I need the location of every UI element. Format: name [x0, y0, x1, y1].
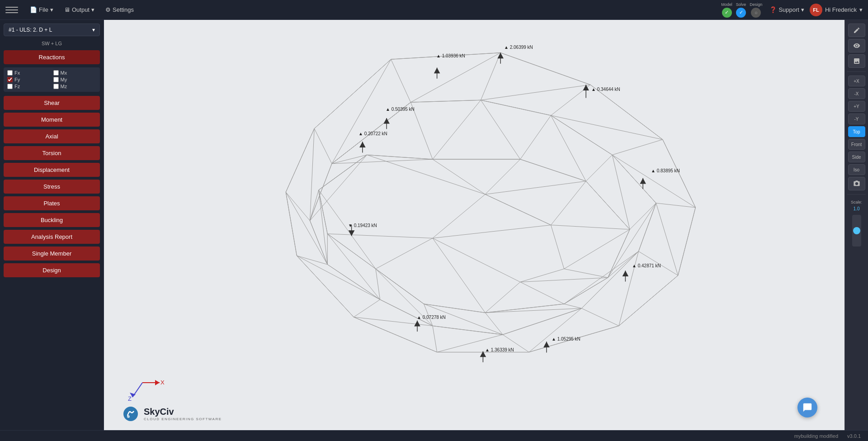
svg-line-83	[564, 251, 639, 304]
output-icon: 🖥	[64, 6, 70, 13]
bottombar: mybuilding modified v3.0.1	[0, 430, 868, 441]
reactions-checkboxes: Fx Mx Fy My Fz Mz	[4, 67, 100, 92]
settings-menu[interactable]: ⚙ Settings	[101, 5, 138, 15]
design-button[interactable]: Design	[4, 263, 100, 277]
solve-circle[interactable]: ✓	[736, 8, 746, 18]
reactions-button[interactable]: Reactions	[4, 50, 100, 64]
topbar: 📄 File ▾ 🖥 Output ▾ ⚙ Settings Model ✓ S…	[0, 0, 868, 20]
output-menu[interactable]: 🖥 Output ▾	[60, 5, 99, 15]
top-view-button[interactable]: Top	[848, 126, 865, 137]
viewport[interactable]: .struct-line { stroke: #999; stroke-widt…	[104, 20, 844, 430]
svg-line-71	[481, 100, 520, 159]
svg-line-132	[376, 269, 424, 304]
chat-button[interactable]	[797, 398, 817, 417]
torsion-button[interactable]: Torsion	[4, 146, 100, 160]
iso-view-button[interactable]: Iso	[848, 164, 865, 175]
mz-label: Mz	[61, 84, 67, 89]
view-button[interactable]	[848, 39, 865, 52]
mx-checkbox[interactable]	[53, 70, 59, 76]
model-step: Model ✓	[721, 2, 732, 18]
avatar: FL	[810, 4, 822, 16]
user-initials: FL	[813, 7, 819, 13]
topbar-nav: 📄 File ▾ 🖥 Output ▾ ⚙ Settings	[25, 5, 721, 15]
analysis-report-button[interactable]: Analysis Report	[4, 230, 100, 244]
svg-line-128	[485, 282, 520, 313]
my-checkbox-item: My	[53, 77, 97, 82]
svg-line-2	[500, 53, 590, 85]
topbar-right: ❓ Support ▾ FL Hi Frederick ▾	[769, 4, 863, 16]
stress-button[interactable]: Stress	[4, 180, 100, 194]
dropdown-chevron: ▾	[92, 27, 95, 33]
svg-line-62	[380, 299, 433, 326]
edit-button[interactable]	[848, 24, 865, 37]
buckling-button[interactable]: Buckling	[4, 213, 100, 227]
displacement-button[interactable]: Displacement	[4, 163, 100, 177]
design-step: Design ○	[750, 2, 762, 18]
svg-marker-155	[359, 142, 366, 147]
structure-svg: .struct-line { stroke: #999; stroke-widt…	[104, 20, 844, 430]
svg-line-101	[310, 155, 367, 220]
solve-step-label: Solve	[736, 2, 746, 7]
axial-button[interactable]: Axial	[4, 129, 100, 143]
svg-line-124	[564, 269, 608, 277]
reaction-label-2: ▲ 1.03936 kN	[436, 53, 465, 58]
design-circle[interactable]: ○	[751, 8, 761, 18]
fy-checkbox[interactable]	[7, 77, 13, 82]
mx-label: Mx	[61, 70, 67, 76]
reaction-label-3: ▲ 0.34644 kN	[591, 87, 620, 92]
svg-line-44	[297, 256, 327, 264]
shear-button[interactable]: Shear	[4, 96, 100, 110]
support-button[interactable]: ❓ Support ▾	[769, 6, 804, 13]
mz-checkbox-item: Mz	[53, 84, 97, 89]
svg-line-127	[520, 282, 564, 304]
my-checkbox[interactable]	[53, 77, 59, 82]
user-button[interactable]: FL Hi Frederick ▾	[810, 4, 863, 16]
scale-slider-container	[852, 215, 861, 251]
fz-label: Fz	[14, 84, 20, 89]
front-view-button[interactable]: Front	[848, 139, 865, 150]
menu-icon[interactable]	[5, 4, 18, 16]
skyciv-logo-icon	[121, 406, 140, 422]
fx-checkbox-item: Fx	[7, 70, 51, 76]
svg-line-116	[433, 159, 485, 194]
svg-line-122	[551, 225, 564, 269]
version-text: v3.0.1	[847, 433, 861, 439]
svg-text:Z: Z	[128, 395, 132, 402]
svg-line-14	[391, 59, 411, 102]
camera-button[interactable]	[848, 177, 865, 190]
image-button[interactable]	[848, 54, 865, 68]
svg-line-6	[619, 275, 678, 326]
svg-line-117	[485, 159, 520, 194]
svg-line-75	[586, 155, 612, 181]
minus-y-button[interactable]: -Y	[848, 114, 865, 124]
svg-point-168	[123, 407, 138, 421]
svg-marker-166	[155, 380, 160, 385]
mz-checkbox[interactable]	[53, 84, 59, 89]
svg-line-130	[319, 155, 367, 190]
load-case-dropdown[interactable]: #1 - ULS: 2. D + L ▾	[4, 24, 100, 36]
svg-line-134	[376, 238, 433, 269]
fz-checkbox[interactable]	[7, 84, 13, 89]
minus-x-button[interactable]: -X	[848, 88, 865, 99]
svg-line-47	[286, 192, 310, 221]
fx-checkbox[interactable]	[7, 70, 13, 76]
file-menu[interactable]: 📄 File ▾	[25, 5, 58, 15]
support-chevron: ▾	[801, 6, 804, 13]
skyciv-tagline: CLOUD ENGINEERING SOFTWARE	[144, 417, 222, 421]
plates-button[interactable]: Plates	[4, 196, 100, 210]
fy-label: Fy	[14, 77, 20, 82]
svg-line-32	[581, 308, 618, 326]
svg-marker-156	[640, 178, 646, 184]
svg-marker-0	[286, 53, 695, 352]
svg-line-57	[612, 155, 656, 203]
moment-button[interactable]: Moment	[4, 113, 100, 127]
model-controls: Model ✓ Solve ✓ Design ○	[721, 2, 762, 18]
single-member-button[interactable]: Single Member	[4, 247, 100, 261]
side-view-button[interactable]: Side	[848, 152, 865, 162]
scale-slider[interactable]	[852, 215, 861, 247]
model-circle[interactable]: ✓	[722, 8, 732, 18]
plus-y-button[interactable]: +Y	[848, 101, 865, 112]
svg-point-169	[127, 415, 130, 418]
plus-x-button[interactable]: +X	[848, 76, 865, 86]
svg-line-12	[286, 128, 314, 192]
